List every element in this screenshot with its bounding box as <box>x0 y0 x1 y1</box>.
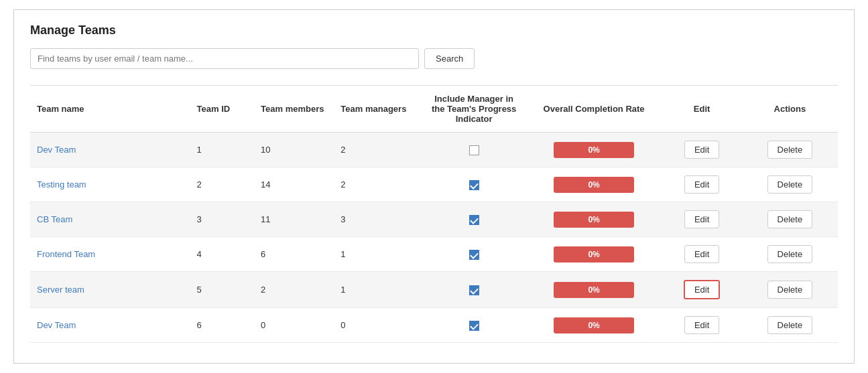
header-team-members: Team members <box>254 86 334 133</box>
team-managers-cell: 3 <box>334 202 422 237</box>
completion-bar: 0% <box>554 246 634 263</box>
include-manager-cell <box>422 133 526 167</box>
delete-button[interactable]: Delete <box>767 281 813 299</box>
header-team-managers: Team managers <box>334 86 422 133</box>
page-title: Manage Teams <box>30 23 838 38</box>
table-row: Dev Team11020%EditDelete <box>30 133 838 167</box>
include-manager-checkbox[interactable] <box>469 321 479 331</box>
include-manager-checkbox[interactable] <box>469 145 479 155</box>
delete-button[interactable]: Delete <box>767 141 813 159</box>
team-id-cell: 3 <box>190 202 254 237</box>
edit-button[interactable]: Edit <box>684 210 719 228</box>
delete-button[interactable]: Delete <box>767 210 813 228</box>
team-id-cell: 1 <box>190 133 254 167</box>
team-members-cell: 2 <box>254 272 334 308</box>
completion-rate-cell: 0% <box>526 272 662 308</box>
teams-table: Team name Team ID Team members Team mana… <box>30 85 838 343</box>
completion-rate-cell: 0% <box>526 133 662 167</box>
actions-cell: Delete <box>742 167 838 202</box>
completion-rate-cell: 0% <box>526 202 662 237</box>
team-members-cell: 10 <box>254 133 334 167</box>
table-row: Dev Team6000%EditDelete <box>30 308 838 343</box>
edit-cell: Edit <box>662 202 741 237</box>
completion-bar: 0% <box>554 317 634 333</box>
edit-button[interactable]: Edit <box>684 316 719 334</box>
team-name-link[interactable]: Frontend Team <box>37 249 95 259</box>
team-name-cell: CB Team <box>30 202 190 237</box>
header-edit: Edit <box>662 86 741 133</box>
team-managers-cell: 1 <box>334 237 422 272</box>
actions-cell: Delete <box>742 202 838 237</box>
completion-bar: 0% <box>554 177 634 193</box>
edit-cell: Edit <box>662 167 741 202</box>
include-manager-cell <box>422 237 526 272</box>
include-manager-cell <box>422 308 526 343</box>
header-actions: Actions <box>742 86 838 133</box>
edit-cell: Edit <box>662 308 741 343</box>
table-row: CB Team31130%EditDelete <box>30 202 838 237</box>
header-completion-rate: Overall Completion Rate <box>526 86 662 133</box>
delete-button[interactable]: Delete <box>767 245 813 263</box>
actions-cell: Delete <box>742 133 838 167</box>
include-manager-checkbox[interactable] <box>469 250 479 260</box>
team-name-link[interactable]: Dev Team <box>37 145 76 155</box>
search-button[interactable]: Search <box>424 48 475 69</box>
search-bar: Search <box>30 48 838 69</box>
include-manager-cell <box>422 272 526 308</box>
table-row: Frontend Team4610%EditDelete <box>30 237 838 272</box>
search-input[interactable] <box>30 48 419 69</box>
team-name-cell: Testing team <box>30 167 190 202</box>
manage-teams-container: Manage Teams Search Team name Team ID Te… <box>13 9 855 364</box>
team-name-cell: Frontend Team <box>30 237 190 272</box>
team-name-cell: Dev Team <box>30 133 190 167</box>
table-row: Testing team21420%EditDelete <box>30 167 838 202</box>
team-name-link[interactable]: Testing team <box>37 179 86 190</box>
team-name-link[interactable]: Server team <box>37 285 84 295</box>
actions-cell: Delete <box>742 308 838 343</box>
team-id-cell: 2 <box>190 167 254 202</box>
completion-bar: 0% <box>554 142 634 158</box>
team-members-cell: 11 <box>254 202 334 237</box>
edit-cell: Edit <box>662 133 741 167</box>
include-manager-cell <box>422 167 526 202</box>
team-managers-cell: 1 <box>334 272 422 308</box>
team-name-link[interactable]: CB Team <box>37 214 72 224</box>
include-manager-checkbox[interactable] <box>469 180 479 190</box>
header-include-manager: Include Manager in the Team's Progress I… <box>422 86 526 133</box>
edit-cell: Edit <box>662 272 741 308</box>
edit-button[interactable]: Edit <box>684 280 720 299</box>
table-header-row: Team name Team ID Team members Team mana… <box>30 86 838 133</box>
edit-button[interactable]: Edit <box>684 141 719 159</box>
team-members-cell: 6 <box>254 237 334 272</box>
include-manager-checkbox[interactable] <box>469 215 479 225</box>
team-members-cell: 14 <box>254 167 334 202</box>
team-managers-cell: 2 <box>334 133 422 167</box>
team-managers-cell: 0 <box>334 308 422 343</box>
include-manager-checkbox[interactable] <box>469 285 479 295</box>
edit-button[interactable]: Edit <box>684 175 719 194</box>
completion-rate-cell: 0% <box>526 237 662 272</box>
completion-rate-cell: 0% <box>526 308 662 343</box>
actions-cell: Delete <box>742 272 838 308</box>
completion-bar: 0% <box>554 212 634 228</box>
team-name-cell: Dev Team <box>30 308 190 343</box>
delete-button[interactable]: Delete <box>767 175 813 194</box>
edit-cell: Edit <box>662 237 741 272</box>
team-members-cell: 0 <box>254 308 334 343</box>
team-id-cell: 4 <box>190 237 254 272</box>
team-name-cell: Server team <box>30 272 190 308</box>
header-team-name: Team name <box>30 86 190 133</box>
table-row: Server team5210%EditDelete <box>30 272 838 308</box>
delete-button[interactable]: Delete <box>767 316 813 334</box>
team-id-cell: 5 <box>190 272 254 308</box>
team-name-link[interactable]: Dev Team <box>37 320 76 330</box>
team-id-cell: 6 <box>190 308 254 343</box>
actions-cell: Delete <box>742 237 838 272</box>
include-manager-cell <box>422 202 526 237</box>
edit-button[interactable]: Edit <box>684 245 719 263</box>
header-team-id: Team ID <box>190 86 254 133</box>
team-managers-cell: 2 <box>334 167 422 202</box>
completion-rate-cell: 0% <box>526 167 662 202</box>
completion-bar: 0% <box>554 282 634 298</box>
